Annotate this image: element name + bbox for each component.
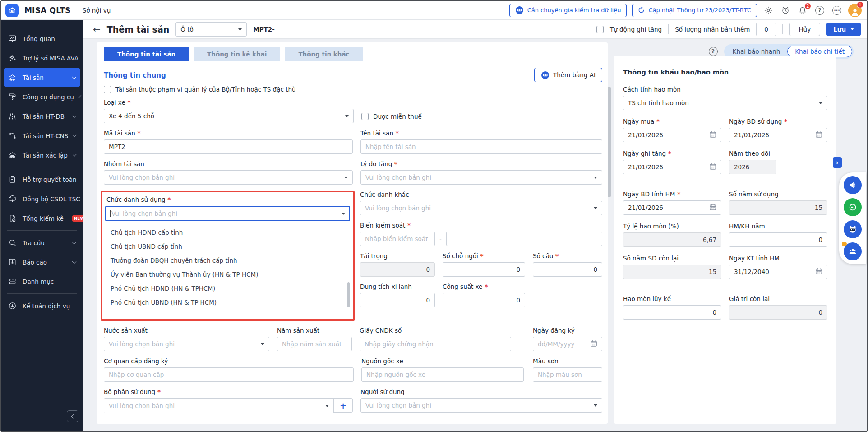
expert-check-button[interactable]: Cần chuyên gia kiểm tra dữ liệu [509, 4, 627, 17]
engine-power-input[interactable] [443, 293, 525, 307]
country-of-origin-select[interactable]: Vui lòng chọn bản ghi [104, 337, 269, 351]
scope-checkbox-label: Tài sản thuộc phạm vi quản lý của Bộ/Tỉn… [115, 86, 296, 93]
sidebar-item-cong-cu-dung-cu[interactable]: Công cụ dụng cụ [1, 87, 83, 107]
seat-count-input[interactable] [443, 262, 525, 277]
position-in-use-dropdown-list: Chủ tịch HĐND cấp tỉnh Chủ tịch UBND cấp… [105, 223, 350, 319]
user-avatar[interactable]: 1 [848, 4, 862, 17]
increase-reason-label: Lý do tăng [360, 160, 602, 167]
chat-support-icon[interactable] [844, 198, 862, 216]
sidebar-item-tong-kiem-ke[interactable]: Tổng kiểm kê NEW [1, 209, 83, 228]
alarm-clock-icon[interactable] [780, 5, 791, 16]
cloud-sync-icon [8, 195, 17, 204]
using-department-select[interactable]: Vui lòng chọn bản ghi [104, 399, 333, 413]
calendar-icon[interactable] [815, 268, 822, 276]
sidebar-item-ho-tro-quyet-toan[interactable]: Hỗ trợ quyết toán [1, 170, 83, 189]
tab-other-info[interactable]: Thông tin khác [285, 47, 363, 61]
notifications-bell-icon[interactable]: 2 [797, 5, 808, 16]
ava-chatbot-icon[interactable] [844, 220, 862, 238]
settings-gear-icon[interactable] [762, 5, 774, 16]
production-year-input[interactable] [277, 337, 352, 351]
dropdown-option[interactable]: Trưởng đoàn ĐBQH chuyên trách cấp tỉnh [105, 253, 350, 267]
license-plate-input-1[interactable] [360, 232, 435, 246]
registration-date-picker[interactable]: dd/MM/yyyy [533, 337, 602, 351]
sidebar-item-tai-san-xac-lap[interactable]: Tài sản xác lập [1, 145, 83, 165]
tab-asset-info[interactable]: Thông tin tài sản [104, 47, 189, 61]
registration-cert-input[interactable] [360, 337, 511, 351]
dropdown-option[interactable]: Phó Chủ tịch HĐND (HN & TPHCM) [105, 281, 350, 295]
back-arrow-icon[interactable]: ← [93, 25, 101, 34]
sidebar-item-tai-san[interactable]: Tài sản [4, 68, 80, 87]
sidebar-item-label: Tổng quan [23, 35, 55, 42]
mode-quick-option[interactable]: Khai báo nhanh [725, 48, 788, 55]
sidebar-item-dong-bo-csdl-tsc[interactable]: Đồng bộ CSDL TSC [1, 189, 83, 209]
calendar-icon[interactable] [815, 131, 822, 139]
asset-type-select[interactable]: Ô tô [175, 22, 247, 37]
calendar-icon[interactable] [709, 163, 716, 172]
scope-checkbox[interactable] [104, 86, 111, 93]
announcement-megaphone-icon[interactable] [844, 176, 862, 194]
sidebar-item-tai-san-ht-db[interactable]: Tài sản HT-ĐB [1, 107, 83, 126]
help-icon[interactable]: ? [814, 5, 826, 16]
position-in-use-combobox[interactable]: Vui lòng chọn bản ghi [105, 206, 350, 221]
calendar-icon[interactable] [590, 340, 597, 348]
sidebar-divider [7, 293, 77, 294]
add-by-ai-button[interactable]: Thêm bằng AI [534, 68, 602, 82]
dep-per-year-input[interactable] [729, 232, 827, 247]
vehicle-type-value: Xe 4 đến 5 chỗ [109, 112, 154, 120]
asset-group-select[interactable]: Vui lòng chọn bản ghi [104, 170, 353, 185]
dep-end-date-label: Ngày KT tính HM [729, 255, 827, 262]
asset-name-input[interactable] [360, 139, 602, 154]
auto-record-checkbox[interactable] [596, 26, 604, 33]
sidebar-item-danh-muc[interactable]: Danh mục [1, 272, 83, 291]
license-plate-input-2[interactable] [446, 232, 602, 246]
dep-end-date-picker[interactable]: 31/12/2040 [729, 265, 827, 279]
more-options-icon[interactable]: ··· [831, 5, 843, 16]
cylinder-capacity-input[interactable] [360, 293, 435, 307]
vehicle-origin-input[interactable] [361, 367, 524, 382]
dropdown-option[interactable]: Chủ tịch UBND cấp tỉnh [105, 239, 350, 253]
accumulated-dep-input[interactable] [623, 305, 721, 320]
sidebar-item-bao-cao[interactable]: Báo cáo [1, 252, 83, 272]
form-scrollbar-thumb[interactable] [608, 87, 611, 197]
sidebar-item-tra-cuu[interactable]: Tra cứu [1, 233, 83, 252]
sidebar-item-tong-quan[interactable]: Tổng quan [1, 29, 83, 48]
purchase-date-picker[interactable]: 21/01/2026 [623, 128, 721, 142]
vehicle-type-select[interactable]: Xe 4 đến 5 chỗ [104, 109, 354, 123]
remaining-value-label: Giá trị còn lại [729, 295, 827, 302]
increase-reason-select[interactable]: Vui lòng chọn bản ghi [360, 170, 602, 185]
add-department-button[interactable]: + [333, 399, 352, 412]
sidebar-collapse-button[interactable] [67, 410, 78, 422]
cancel-button[interactable]: Hủy [789, 23, 820, 36]
dropdown-scrollbar-thumb[interactable] [347, 282, 350, 307]
axle-count-input[interactable] [533, 262, 602, 277]
clone-count-input[interactable] [756, 23, 776, 36]
update-circular-button[interactable]: Cập nhật Thông tư 23/2023/TT-BTC [632, 4, 757, 17]
dropdown-option[interactable]: Ủy viên Ban thường vụ Thành ủy (HN & TP … [105, 267, 350, 281]
help-circle-icon[interactable]: ? [709, 47, 718, 56]
tax-exempt-label: Được miễn thuế [373, 113, 422, 120]
dep-start-date-picker[interactable]: 21/01/2026 [623, 200, 721, 215]
dep-method-select[interactable]: TS chỉ tính hao mòn [623, 96, 827, 110]
asset-code-input[interactable] [104, 139, 353, 154]
tax-exempt-checkbox[interactable] [361, 113, 369, 120]
user-select[interactable]: Vui lòng chọn bản ghi [360, 398, 602, 413]
start-use-date-picker[interactable]: 21/01/2026 [729, 128, 827, 142]
vehicle-type-label: Loại xe [104, 99, 354, 106]
dropdown-option[interactable]: Phó Chủ tịch UBND (HN & TP HCM) [105, 295, 350, 309]
dropdown-option[interactable]: Chủ tịch HĐND cấp tỉnh [105, 225, 350, 239]
remaining-years-label: Số năm SD còn lại [623, 255, 721, 262]
tab-declaration-info[interactable]: Thông tin kê khai [194, 47, 280, 61]
app-logo-icon[interactable] [5, 4, 19, 17]
calendar-icon[interactable] [709, 131, 716, 139]
paint-color-input[interactable] [533, 367, 602, 382]
community-people-icon[interactable] [844, 242, 862, 260]
other-position-select[interactable]: Vui lòng chọn bản ghi [360, 201, 602, 215]
sidebar-item-ke-toan-dich-vu[interactable]: Kế toán dịch vụ [1, 296, 83, 316]
registration-agency-input[interactable] [104, 367, 354, 382]
record-increase-date-picker[interactable]: 21/01/2026 [623, 160, 721, 174]
save-button[interactable]: Lưu [826, 23, 861, 36]
calendar-icon[interactable] [709, 204, 716, 212]
sidebar-item-tai-san-ht-cns[interactable]: Tài sản HT-CNS [1, 126, 83, 145]
side-panel-expand-button[interactable]: › [833, 157, 842, 168]
sidebar-item-tro-ly-so[interactable]: Trợ lý số MISA AVA NEW [1, 48, 83, 68]
